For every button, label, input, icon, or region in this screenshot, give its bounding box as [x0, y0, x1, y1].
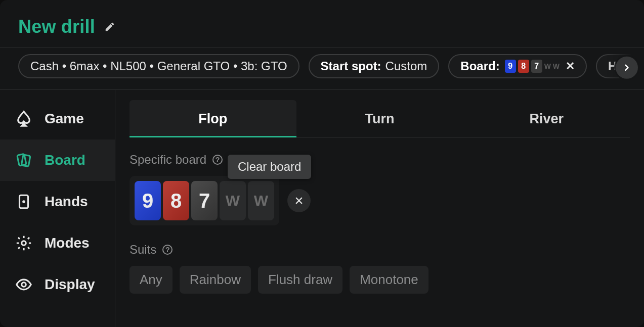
chip-game-settings-text: Cash • 6max • NL500 • General GTO • 3b: … — [30, 59, 287, 73]
suit-option-monotone[interactable]: Monotone — [350, 266, 428, 294]
edit-title-icon[interactable] — [104, 21, 115, 32]
cards-icon — [15, 152, 32, 169]
gear-icon — [15, 235, 32, 252]
svg-point-5 — [22, 283, 26, 287]
chip-start-spot-value: Custom — [385, 59, 427, 73]
sidebar: Game Board Hands Modes — [0, 90, 115, 327]
chip-board-clear-icon[interactable]: ✕ — [566, 60, 575, 73]
chip-scroll-right[interactable] — [616, 57, 638, 79]
sidebar-item-label: Hands — [45, 194, 88, 210]
board-card-5-empty[interactable]: W — [248, 181, 274, 220]
sidebar-item-game[interactable]: Game — [0, 98, 115, 139]
suits-heading: Suits — [130, 243, 156, 257]
suit-option-rainbow[interactable]: Rainbow — [180, 266, 251, 294]
config-chip-strip: Cash • 6max • NL500 • General GTO • 3b: … — [0, 48, 644, 90]
sidebar-item-label: Display — [45, 276, 95, 293]
help-icon[interactable]: ? — [212, 155, 223, 165]
spade-icon — [15, 110, 32, 127]
board-card-3[interactable]: 7 — [191, 181, 218, 220]
svg-point-4 — [22, 241, 26, 246]
card-single-icon — [15, 193, 32, 210]
chip-board-label: Board: — [460, 59, 499, 73]
street-tabs: Flop Turn River — [130, 100, 630, 137]
board-card-2[interactable]: 8 — [163, 181, 189, 220]
suit-option-flushdraw[interactable]: Flush draw — [258, 266, 342, 294]
main-panel: Flop Turn River Specific board ? 9 8 7 W… — [115, 90, 644, 327]
eye-icon — [15, 276, 32, 293]
mini-card-8: 8 — [518, 60, 529, 73]
svg-point-3 — [22, 200, 25, 203]
chip-start-spot[interactable]: Start spot: Custom — [309, 54, 440, 78]
chip-board[interactable]: Board: 9 8 7 W W ✕ — [448, 54, 587, 78]
tab-river[interactable]: River — [463, 100, 630, 137]
sidebar-item-label: Game — [45, 111, 84, 127]
board-card-1-rank: 9 — [142, 190, 153, 212]
suit-option-any[interactable]: Any — [130, 266, 173, 294]
sidebar-item-label: Modes — [45, 235, 90, 251]
mini-card-9: 9 — [505, 60, 516, 73]
chip-game-settings[interactable]: Cash • 6max • NL500 • General GTO • 3b: … — [18, 54, 299, 78]
mini-card-7: 7 — [531, 60, 542, 73]
clear-board-button[interactable] — [287, 189, 311, 212]
sidebar-item-label: Board — [45, 152, 85, 168]
tab-turn[interactable]: Turn — [296, 100, 463, 137]
sidebar-item-modes[interactable]: Modes — [0, 222, 115, 264]
board-card-2-rank: 8 — [170, 190, 182, 212]
chip-start-spot-label: Start spot: — [321, 59, 381, 73]
board-card-3-rank: 7 — [199, 190, 210, 212]
board-card-slots: 9 8 7 W W — [130, 176, 279, 225]
sidebar-item-display[interactable]: Display — [0, 264, 115, 305]
mini-wild-1: W — [544, 62, 551, 70]
page-title: New drill — [18, 16, 95, 37]
sidebar-item-board[interactable]: Board — [0, 139, 115, 181]
help-icon[interactable]: ? — [162, 245, 173, 255]
board-card-1[interactable]: 9 — [135, 181, 161, 220]
sidebar-item-hands[interactable]: Hands — [0, 181, 115, 222]
board-card-4-empty[interactable]: W — [220, 181, 246, 220]
mini-wild-2: W — [553, 62, 560, 70]
tab-flop[interactable]: Flop — [130, 100, 296, 137]
specific-board-heading: Specific board — [130, 153, 206, 167]
